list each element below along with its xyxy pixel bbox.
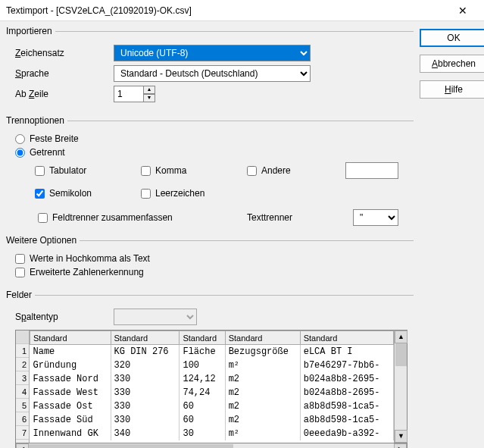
table-cell: 60: [180, 413, 225, 427]
cancel-button[interactable]: Abbrechen: [420, 55, 484, 73]
table-cell: 330: [111, 372, 180, 386]
preview-grid[interactable]: 1234567 StandardStandardStandardStandard…: [15, 330, 407, 443]
import-legend: Importieren: [6, 26, 55, 36]
table-cell: a8b8d598-1ca5-: [300, 413, 393, 427]
semicolon-label: Semikolon: [49, 188, 92, 199]
spinner-down-icon[interactable]: ▼: [143, 94, 155, 102]
tab-checkbox[interactable]: [35, 166, 45, 176]
column-header[interactable]: Standard: [180, 331, 225, 345]
fixed-width-label: Feste Breite: [30, 133, 79, 144]
other-input[interactable]: [345, 162, 398, 179]
table-row[interactable]: Fassade Ost33060m2a8b8d598-1ca5-: [30, 399, 394, 413]
fields-legend: Felder: [6, 290, 35, 300]
space-label: Leerzeichen: [155, 188, 205, 199]
scroll-right-icon[interactable]: ►: [394, 443, 407, 448]
spinner-up-icon[interactable]: ▲: [143, 86, 155, 94]
table-cell: b7e46297-7bb6-: [300, 359, 393, 372]
separator-legend: Trennoptionen: [6, 115, 67, 126]
delimited-label: Getrennt: [30, 147, 65, 158]
text-delim-select[interactable]: ": [353, 209, 398, 226]
window-title: Textimport - [CSV2eLCA_(21092019)-OK.csv…: [6, 5, 448, 16]
number-detect-checkbox[interactable]: [15, 268, 25, 277]
table-cell: 124,12: [180, 372, 225, 386]
table-row[interactable]: Fassade West33074,24m2b024a8b8-2695-: [30, 386, 394, 399]
other-label: Andere: [261, 165, 291, 176]
space-checkbox[interactable]: [141, 189, 151, 199]
table-cell: 340: [111, 427, 180, 440]
table-cell: b024a8b8-2695-: [300, 372, 393, 386]
from-row-label: Ab Zeile: [15, 89, 114, 99]
merge-checkbox[interactable]: [38, 213, 48, 223]
table-cell: m2: [225, 386, 300, 399]
table-cell: 30: [180, 427, 225, 440]
scroll-down-icon[interactable]: ▼: [395, 430, 407, 443]
table-cell: 330: [111, 399, 180, 413]
table-cell: 0eeeda9b-a392-: [300, 427, 393, 440]
table-row[interactable]: Fassade Süd33060m2a8b8d598-1ca5-: [30, 413, 394, 427]
column-header[interactable]: Standard: [300, 331, 393, 345]
table-cell: m2: [225, 372, 300, 386]
table-cell: Name: [30, 345, 111, 359]
other-checkbox[interactable]: [247, 166, 257, 176]
charset-select[interactable]: Unicode (UTF-8): [114, 45, 311, 61]
fixed-width-radio[interactable]: [15, 134, 25, 144]
hscroll-thumb[interactable]: [29, 444, 233, 448]
row-number-gutter: 1234567: [16, 331, 30, 443]
more-options-group: Weitere Optionen Werte in Hochkomma als …: [6, 235, 414, 284]
table-row[interactable]: NameKG DIN 276FlächeBezugsgrößeeLCA BT I: [30, 345, 394, 359]
table-cell: Fläche: [180, 345, 225, 359]
table-cell: 74,24: [180, 386, 225, 399]
comma-checkbox[interactable]: [141, 166, 151, 176]
import-group: Importieren Zeichensatz Unicode (UTF-8) …: [6, 26, 414, 109]
horizontal-scrollbar[interactable]: ◄ ►: [15, 443, 407, 448]
number-detect-label: Erweiterte Zahlenerkennung: [30, 267, 144, 277]
tab-label: Tabulator: [49, 165, 86, 176]
titlebar: Textimport - [CSV2eLCA_(21092019)-OK.csv…: [0, 0, 484, 21]
coltype-select: [114, 309, 197, 325]
table-cell: a8b8d598-1ca5-: [300, 399, 393, 413]
table-cell: Innenwand GK: [30, 427, 111, 440]
more-options-legend: Weitere Optionen: [6, 235, 80, 246]
table-cell: Fassade Süd: [30, 413, 111, 427]
table-cell: m²: [225, 359, 300, 372]
table-cell: m2: [225, 399, 300, 413]
merge-label: Feldtrenner zusammenfassen: [52, 212, 173, 223]
scroll-left-icon[interactable]: ◄: [16, 443, 29, 448]
language-label: Sprache: [15, 68, 114, 79]
table-cell: b024a8b8-2695-: [300, 386, 393, 399]
language-select[interactable]: Standard - Deutsch (Deutschland): [114, 65, 311, 82]
table-cell: Fassade West: [30, 386, 111, 399]
table-cell: Fassade Ost: [30, 399, 111, 413]
table-cell: eLCA BT I: [300, 345, 393, 359]
table-cell: Bezugsgröße: [225, 345, 300, 359]
quoted-as-text-checkbox[interactable]: [15, 254, 25, 264]
help-button[interactable]: Hilfe: [420, 80, 484, 99]
column-header[interactable]: Standard: [111, 331, 180, 345]
column-header[interactable]: Standard: [225, 331, 300, 345]
table-row[interactable]: Gründung320100m²b7e46297-7bb6-: [30, 359, 394, 372]
vertical-scrollbar[interactable]: ▲ ▼: [394, 331, 407, 443]
table-row[interactable]: Innenwand GK34030m²0eeeda9b-a392-: [30, 427, 394, 440]
table-cell: KG DIN 276: [111, 345, 180, 359]
table-cell: Gründung: [30, 359, 111, 372]
table-cell: Fassade Nord: [30, 372, 111, 386]
ok-button[interactable]: OK: [420, 29, 484, 47]
table-row[interactable]: Fassade Nord330124,12m2b024a8b8-2695-: [30, 372, 394, 386]
table-cell: m²: [225, 427, 300, 440]
from-row-input[interactable]: [114, 86, 144, 102]
charset-label: Zeichensatz: [15, 48, 114, 58]
column-header[interactable]: Standard: [30, 331, 111, 345]
table-cell: 320: [111, 359, 180, 372]
scroll-up-icon[interactable]: ▲: [395, 331, 407, 343]
semicolon-checkbox[interactable]: [35, 189, 45, 199]
delimited-radio[interactable]: [15, 148, 25, 158]
table-cell: 100: [180, 359, 225, 372]
scroll-thumb[interactable]: [395, 343, 407, 366]
table-cell: 60: [180, 399, 225, 413]
table-cell: m2: [225, 413, 300, 427]
close-icon[interactable]: ✕: [448, 0, 478, 21]
quoted-as-text-label: Werte in Hochkomma als Text: [30, 253, 150, 264]
coltype-label: Spaltentyp: [15, 312, 114, 322]
table-cell: 330: [111, 413, 180, 427]
text-delim-label: Texttrenner: [247, 212, 353, 223]
